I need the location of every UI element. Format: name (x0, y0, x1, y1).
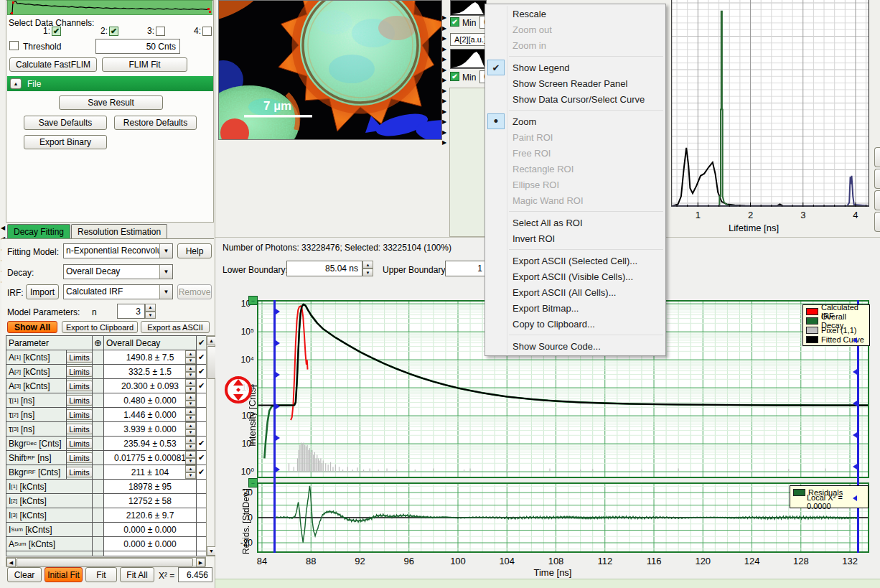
n-stepper[interactable]: 3 ▲▼ (117, 304, 156, 319)
spin-up-icon[interactable]: ▲ (185, 350, 196, 358)
value-stepper[interactable]: ▲▼ (185, 451, 196, 465)
parameter-value[interactable]: 2120.6 ± 9.7 (104, 508, 197, 523)
use-parameter-check[interactable] (197, 422, 207, 437)
limits-button[interactable]: Limits (67, 352, 93, 363)
value-stepper[interactable]: ▲▼ (185, 422, 196, 436)
menu-item-invert-roi[interactable]: Invert ROI (485, 230, 665, 246)
restore-defaults-button[interactable]: Restore Defaults (114, 116, 197, 130)
clipped-button[interactable] (874, 147, 880, 167)
spin-down-icon[interactable]: ▼ (185, 472, 196, 480)
collapse-arrow-icon[interactable]: ▶ (442, 35, 446, 42)
spin-down-icon[interactable]: ▼ (185, 358, 196, 365)
value-stepper[interactable]: ▲▼ (185, 437, 196, 450)
spin-down-icon[interactable]: ▼ (145, 312, 156, 319)
menu-item-export-ascii-visible-cells[interactable]: Export ASCII (Visible Cells)... (485, 269, 665, 284)
fitting-model-dropdown[interactable]: n-Exponential Reconvolution ▼ (63, 243, 173, 258)
export-binary-button[interactable]: Export Binary (24, 135, 107, 149)
channel-checkbox-3[interactable]: 3: (147, 26, 165, 36)
collapse-arrow-icon[interactable]: ▶ (442, 118, 446, 125)
menu-item-ellipse-roi[interactable]: Ellipse ROI (485, 177, 665, 192)
parameter-value[interactable]: 1.446 ± 0.000▲▼ (104, 408, 197, 422)
spin-up-icon[interactable]: ▲ (185, 465, 196, 472)
intensity-histogram-thumbnail[interactable] (450, 0, 487, 16)
spin-down-icon[interactable]: ▼ (185, 386, 196, 393)
parameter-value[interactable]: 18978 ± 95 (104, 480, 197, 494)
value-stepper[interactable]: ▲▼ (185, 465, 196, 479)
spin-up-icon[interactable]: ▲ (185, 379, 196, 386)
spin-down-icon[interactable]: ▼ (185, 401, 196, 408)
menu-item-zoom[interactable]: Zoom• (485, 113, 665, 129)
use-parameter-check[interactable]: ✔ (197, 379, 207, 393)
channel-checkbox-box[interactable] (156, 27, 165, 36)
help-button[interactable]: Help (177, 243, 212, 258)
use-parameter-check[interactable] (197, 494, 207, 508)
collapse-arrow-icon[interactable]: ▶ (442, 98, 446, 104)
channel-checkbox-4[interactable]: 4: (194, 26, 212, 36)
threshold-checkbox[interactable] (9, 41, 19, 50)
parameter-value[interactable]: 211 ± 104▲▼ (104, 465, 197, 480)
clear-button[interactable]: Clear (7, 567, 42, 582)
collapse-arrow-icon[interactable]: ◀ (1, 225, 5, 231)
menu-item-show-source-code[interactable]: Show Source Code... (485, 338, 665, 354)
min-checkbox[interactable]: ✔ (450, 17, 459, 27)
menu-item-rectangle-roi[interactable]: Rectangle ROI (485, 161, 665, 177)
collapse-arrow-icon[interactable]: ▶ (442, 25, 446, 32)
save-result-button[interactable]: Save Result (59, 95, 163, 110)
limits-button[interactable]: Limits (67, 409, 93, 420)
table-vertical-scrollbar[interactable]: ▲ ▼ (206, 335, 215, 556)
channel-checkbox-box[interactable]: ✔ (52, 27, 61, 36)
dropdown-arrow-icon[interactable]: ▼ (159, 265, 172, 279)
spin-up-icon[interactable]: ▲ (185, 393, 196, 401)
flim-fit-button[interactable]: FLIM Fit (102, 57, 187, 72)
parameter-value[interactable]: 3.939 ± 0.000▲▼ (104, 422, 197, 437)
clipped-button[interactable] (874, 212, 880, 232)
use-parameter-check[interactable]: ✔ (197, 365, 207, 379)
limits-button[interactable]: Limits (67, 452, 93, 463)
spin-down-icon[interactable]: ▼ (185, 429, 196, 437)
irf-import-button[interactable]: Import (26, 284, 59, 299)
threshold-value-field[interactable]: 50 Cnts (95, 39, 180, 54)
collapse-arrow-icon[interactable]: ▶ (442, 14, 446, 21)
collapse-arrow-icon[interactable]: ▶ (442, 77, 446, 83)
collapse-file-button[interactable]: ▲ (10, 78, 22, 89)
decay-preview-miniplot[interactable] (7, 0, 212, 15)
export-to-clipboard-button[interactable]: Export to Clipboard (62, 321, 138, 333)
limits-button[interactable]: Limits (67, 467, 93, 477)
menu-item-zoom-out[interactable]: Zoom out (485, 22, 665, 37)
menu-item-free-roi[interactable]: Free ROI (485, 145, 665, 161)
collapse-arrow-icon[interactable]: ▶ (442, 108, 446, 115)
channel-checkbox-box[interactable]: ✔ (109, 27, 118, 36)
menu-item-show-screen-reader-panel[interactable]: Show Screen Reader Panel (485, 75, 665, 91)
show-all-button[interactable]: Show All (7, 321, 57, 333)
min-checkbox[interactable]: ✔ (450, 72, 459, 81)
irf-dropdown[interactable]: Calculated IRF ▼ (63, 284, 173, 299)
scroll-thumb[interactable] (17, 558, 193, 567)
use-parameter-check[interactable]: ✔ (197, 350, 207, 365)
decay-dropdown[interactable]: Overall Decay ▼ (63, 264, 173, 279)
fit-all-button[interactable]: Fit All (120, 567, 154, 582)
dropdown-arrow-icon[interactable]: ▼ (159, 244, 172, 258)
use-parameter-check[interactable] (197, 480, 207, 494)
spin-down-icon[interactable]: ▼ (185, 458, 196, 465)
irf-remove-button[interactable]: Remove (177, 284, 212, 299)
collapse-arrow-icon[interactable]: ▶ (442, 129, 446, 136)
menu-item-zoom-in[interactable]: Zoom in (485, 37, 665, 53)
collapse-arrow-icon[interactable]: ▶ (442, 46, 446, 52)
file-section-header[interactable]: ▲ File (7, 76, 213, 91)
parameter-value[interactable]: 20.300 ± 0.093▲▼ (104, 379, 197, 393)
plot-handle[interactable]: − (248, 296, 258, 305)
dropdown-arrow-icon[interactable]: ▼ (159, 285, 172, 299)
tab-resolution-estimation[interactable]: Resolution Estimation (71, 224, 167, 238)
menu-item-select-all-as-roi[interactable]: Select All as ROI (485, 215, 665, 230)
menu-item-magic-wand-roi[interactable]: Magic Wand ROI (485, 192, 665, 208)
value-stepper[interactable]: ▲▼ (185, 350, 196, 364)
upper-boundary-field[interactable]: 1 (445, 261, 487, 276)
spin-up-icon[interactable]: ▲ (185, 422, 196, 429)
limits-button[interactable]: Limits (67, 395, 93, 406)
save-defaults-button[interactable]: Save Defaults (24, 116, 107, 130)
use-parameter-check[interactable] (197, 408, 207, 422)
limits-button[interactable]: Limits (67, 366, 93, 377)
menu-item-export-bitmap[interactable]: Export Bitmap... (485, 300, 665, 316)
channel-checkbox-2[interactable]: 2:✔ (100, 26, 118, 36)
value-stepper[interactable]: ▲▼ (185, 365, 196, 378)
